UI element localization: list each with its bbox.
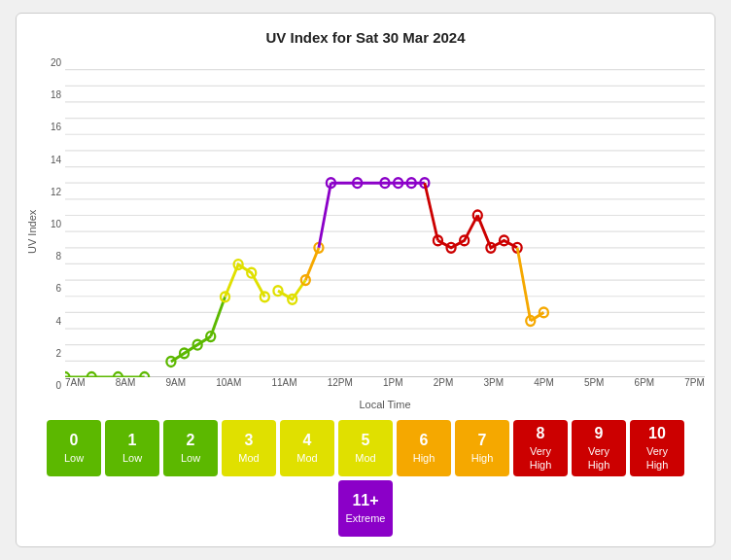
y-tick: 20 <box>42 57 61 68</box>
x-tick: 10AM <box>216 377 241 388</box>
legend-item: 11+Extreme <box>338 480 393 537</box>
legend-label: Very High <box>530 444 552 472</box>
legend-item: 5Mod <box>338 420 393 476</box>
legend-num: 6 <box>420 431 429 451</box>
legend-item: 0Low <box>47 420 101 476</box>
legend-label: Very High <box>646 444 669 472</box>
legend-item: 10Very High <box>630 420 684 476</box>
y-tick: 18 <box>42 89 61 100</box>
x-tick: 9AM <box>165 377 186 388</box>
line-segment-low2 <box>171 336 211 362</box>
y-axis-label: UV Index <box>26 53 38 410</box>
legend-item: 1Low <box>105 420 159 476</box>
y-tick: 14 <box>42 155 61 165</box>
y-tick: 2 <box>42 348 61 359</box>
legend-item: 4Mod <box>280 420 334 476</box>
legend-num: 1 <box>128 431 137 451</box>
y-tick: 12 <box>42 187 61 197</box>
legend-item: 6High <box>397 420 451 476</box>
legend-label: Mod <box>296 451 317 465</box>
legend-label: High <box>471 451 494 465</box>
x-tick: 8AM <box>116 377 136 388</box>
legend-label: Low <box>181 451 200 465</box>
legend-num: 3 <box>245 431 254 451</box>
x-tick: 11AM <box>271 377 296 388</box>
svg-container <box>65 53 705 377</box>
legend-label: Very High <box>588 444 610 472</box>
y-tick: 10 <box>42 219 61 229</box>
y-tick: 16 <box>42 122 61 132</box>
legend-num: 8 <box>537 424 545 444</box>
legend-num: 11+ <box>352 491 378 511</box>
chart-card: UV Index for Sat 30 Mar 2024 UV Index 20… <box>16 13 715 547</box>
y-tick: 8 <box>42 251 61 262</box>
x-tick: 2PM <box>434 377 454 388</box>
legend-label: Low <box>64 451 84 465</box>
bridge <box>211 297 226 336</box>
x-axis-labels: 7AM8AM9AM10AM11AM12PM1PM2PM3PM4PM5PM6PM7… <box>65 377 705 397</box>
legend-item: 7High <box>455 420 509 476</box>
x-tick: 7AM <box>65 377 86 388</box>
legend-num: 7 <box>478 431 487 451</box>
x-tick: 4PM <box>534 377 554 388</box>
y-axis-ticks: 20181614121086420 <box>42 53 65 410</box>
legend-num: 9 <box>595 424 604 444</box>
x-tick: 6PM <box>635 377 655 388</box>
y-tick: 4 <box>42 316 61 327</box>
legend-num: 0 <box>70 431 79 451</box>
x-tick: 7PM <box>684 377 705 388</box>
plot-area: 7AM8AM9AM10AM11AM12PM1PM2PM3PM4PM5PM6PM7… <box>65 53 705 410</box>
x-tick: 3PM <box>483 377 504 388</box>
legend-label: Low <box>122 451 142 465</box>
chart-area: UV Index 20181614121086420 <box>26 53 705 410</box>
legend-num: 10 <box>648 424 666 444</box>
chart-svg <box>65 53 705 377</box>
legend-item: 3Mod <box>222 420 276 476</box>
x-tick: 5PM <box>584 377 605 388</box>
legend-num: 4 <box>303 431 312 451</box>
x-axis-title: Local Time <box>65 399 705 410</box>
legend-label: Mod <box>355 451 375 465</box>
bridge <box>517 248 531 321</box>
legend-num: 5 <box>362 431 370 451</box>
legend-item: 8Very High <box>513 420 568 476</box>
legend-label: Extreme <box>346 511 386 525</box>
chart-title: UV Index for Sat 30 Mar 2024 <box>26 29 705 46</box>
x-tick: 1PM <box>383 377 403 388</box>
x-tick: 12PM <box>328 377 353 388</box>
legend-label: High <box>413 451 435 465</box>
y-tick: 6 <box>42 283 61 294</box>
legend-item: 2Low <box>163 420 218 476</box>
legend: 0Low1Low2Low3Mod4Mod5Mod6High7High8Very … <box>26 420 705 537</box>
legend-num: 2 <box>187 431 195 451</box>
y-tick: 0 <box>42 380 61 391</box>
legend-label: Mod <box>238 451 259 465</box>
legend-item: 9Very High <box>572 420 626 476</box>
